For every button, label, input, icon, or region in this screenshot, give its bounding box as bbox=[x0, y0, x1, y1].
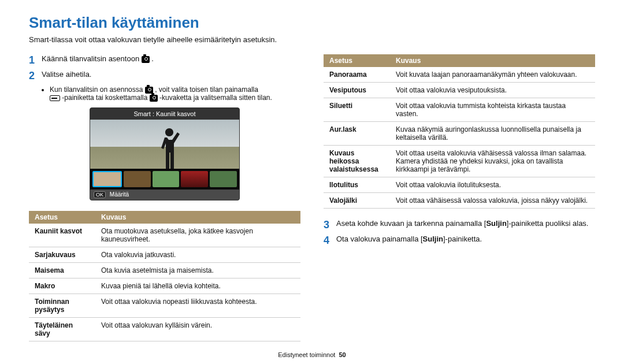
cell-desc: Kuvaa pieniä tai lähellä olevia kohteita… bbox=[95, 278, 300, 294]
lcd-preview: Smart : Kauniit kasvot OK Määritä bbox=[90, 107, 240, 200]
step-text: Aseta kohde kuvaan ja tarkenna painamall… bbox=[336, 219, 588, 228]
step-1-text-a: Käännä tilanvalitsin asentoon bbox=[42, 54, 142, 63]
features-table-right: Asetus Kuvaus PanoraamaVoit kuvata laaja… bbox=[324, 54, 595, 209]
bullet-text-b: , voit valita toisen tilan painamalla bbox=[155, 86, 258, 94]
step-text: Käännä tilanvalitsin asentoon . bbox=[42, 54, 154, 63]
step-2-bullet: Kun tilanvalitsin on asennossa , voit va… bbox=[29, 86, 300, 102]
cell-setting: Maisema bbox=[29, 263, 95, 278]
back-key-icon bbox=[50, 95, 60, 101]
footer-page-number: 50 bbox=[339, 351, 346, 358]
page-footer: Edistyneet toiminnot 50 bbox=[0, 351, 624, 358]
cell-setting: Täyteläinen sävy bbox=[29, 318, 95, 341]
table-row: Kauniit kasvotOta muotokuva asetuksella,… bbox=[29, 224, 300, 247]
content-columns: 1 Käännä tilanvalitsin asentoon . 2 Vali… bbox=[29, 54, 595, 341]
thumb bbox=[181, 171, 208, 187]
step-3-b: Suljin bbox=[486, 219, 506, 228]
step-number: 4 bbox=[324, 235, 336, 247]
table-row: Toiminnan pysäytysVoit ottaa valokuvia n… bbox=[29, 294, 300, 318]
table-row: SiluettiVoit ottaa valokuvia tummista ko… bbox=[324, 98, 595, 122]
preview-footer-text: Määritä bbox=[110, 191, 129, 198]
ok-icon: OK bbox=[94, 191, 106, 198]
preview-scene bbox=[90, 120, 239, 169]
cell-desc: Ota kuvia asetelmista ja maisemista. bbox=[95, 263, 300, 278]
step-4-b: Suljin bbox=[423, 235, 443, 243]
page-title: Smart-tilan käyttäminen bbox=[29, 14, 595, 32]
table-row: PanoraamaVoit kuvata laajan panoraamanäk… bbox=[324, 67, 595, 83]
step-3-a: Aseta kohde kuvaan ja tarkenna painamall… bbox=[336, 219, 486, 228]
step-4: 4 Ota valokuva painamalla [Suljin]-paini… bbox=[324, 235, 595, 247]
table-row: Kuvaus heikossa valaistuksessaVoit ottaa… bbox=[324, 146, 595, 177]
cell-setting: Ilotulitus bbox=[324, 177, 390, 193]
cell-desc: Voit ottaa valokuvia nopeasti liikkuvast… bbox=[95, 294, 300, 318]
cell-setting: Sarjakuvaus bbox=[29, 247, 95, 263]
step-number: 3 bbox=[324, 219, 336, 231]
cell-desc: Voit ottaa useita valokuvia vähäisessä v… bbox=[390, 146, 595, 177]
table-row: SarjakuvausOta valokuvia jatkuvasti. bbox=[29, 247, 300, 263]
preview-mode-label: Smart : Kauniit kasvot bbox=[90, 108, 239, 120]
th-desc: Kuvaus bbox=[95, 211, 300, 224]
cell-setting: Vesiputous bbox=[324, 83, 390, 98]
cell-setting: Makro bbox=[29, 278, 95, 294]
preview-footer: OK Määritä bbox=[90, 190, 239, 200]
cell-setting: Panoraama bbox=[324, 67, 390, 83]
th-setting: Asetus bbox=[29, 211, 95, 224]
preview-thumbnails bbox=[90, 169, 239, 190]
th-desc: Kuvaus bbox=[390, 54, 595, 67]
step-4-c: ]-painiketta. bbox=[443, 235, 482, 243]
bullet-text-c: -painiketta tai koskettamalla bbox=[62, 94, 149, 102]
step-number: 1 bbox=[29, 54, 42, 66]
right-column: Asetus Kuvaus PanoraamaVoit kuvata laaja… bbox=[324, 54, 595, 341]
left-column: 1 Käännä tilanvalitsin asentoon . 2 Vali… bbox=[29, 54, 300, 341]
cell-desc: Ota valokuvia jatkuvasti. bbox=[95, 247, 300, 263]
cell-setting: Kuvaus heikossa valaistuksessa bbox=[324, 146, 390, 177]
cell-setting: Valojälki bbox=[324, 193, 390, 209]
cell-desc: Voit ottaa vähäisessä valossa valokuvia,… bbox=[390, 193, 595, 209]
cell-desc: Voit ottaa valokuvan kylläisin värein. bbox=[95, 318, 300, 341]
table-row: MaisemaOta kuvia asetelmista ja maisemis… bbox=[29, 263, 300, 278]
cell-setting: Toiminnan pysäytys bbox=[29, 294, 95, 318]
cell-setting: Siluetti bbox=[324, 98, 390, 122]
page-subtitle: Smart-tilassa voit ottaa valokuvan tiety… bbox=[29, 35, 595, 44]
cell-desc: Voit ottaa valokuvia tummista kohteista … bbox=[390, 98, 595, 122]
step-text: Ota valokuva painamalla [Suljin]-painike… bbox=[336, 235, 482, 243]
step-2: 2 Valitse aihetila. bbox=[29, 70, 300, 82]
mode-dial-smart-icon bbox=[142, 56, 150, 63]
table-row: ValojälkiVoit ottaa vähäisessä valossa v… bbox=[324, 193, 595, 209]
cell-setting: Kauniit kasvot bbox=[29, 224, 95, 247]
step-1-text-b: . bbox=[151, 54, 154, 63]
table-row: VesiputousVoit ottaa valokuvia vesiputou… bbox=[324, 83, 595, 98]
cell-setting: Aur.lask bbox=[324, 122, 390, 146]
table-row: IlotulitusVoit ottaa valokuvia ilotulitu… bbox=[324, 177, 595, 193]
features-table-left: Asetus Kuvaus Kauniit kasvotOta muotokuv… bbox=[29, 211, 300, 341]
cell-desc: Voit kuvata laajan panoraamanäkymän yhte… bbox=[390, 67, 595, 83]
thumb bbox=[124, 171, 151, 187]
step-text: Valitse aihetila. bbox=[42, 70, 91, 79]
step-3: 3 Aseta kohde kuvaan ja tarkenna painama… bbox=[324, 219, 595, 231]
cell-desc: Voit ottaa valokuvia vesiputouksista. bbox=[390, 83, 595, 98]
step-2-bullet-item: Kun tilanvalitsin on asennossa , voit va… bbox=[50, 86, 300, 102]
bullet-text-a: Kun tilanvalitsin on asennossa bbox=[50, 86, 145, 94]
child-silhouette-icon bbox=[157, 128, 182, 169]
thumb bbox=[210, 171, 237, 187]
cell-desc: Kuvaa näkymiä auringonlaskussa luonnolli… bbox=[390, 122, 595, 146]
th-setting: Asetus bbox=[324, 54, 390, 67]
table-row: Aur.laskKuvaa näkymiä auringonlaskussa l… bbox=[324, 122, 595, 146]
step-1: 1 Käännä tilanvalitsin asentoon . bbox=[29, 54, 300, 66]
bullet-text-d: -kuvaketta ja valitsemalla sitten tilan. bbox=[159, 94, 272, 102]
step-4-a: Ota valokuva painamalla [ bbox=[336, 235, 423, 243]
footer-section: Edistyneet toiminnot bbox=[278, 351, 335, 358]
thumb-selected bbox=[92, 171, 122, 187]
step-3-c: ]-painiketta puoliksi alas. bbox=[507, 219, 589, 228]
table-row: MakroKuvaa pieniä tai lähellä olevia koh… bbox=[29, 278, 300, 294]
cell-desc: Voit ottaa valokuvia ilotulituksesta. bbox=[390, 177, 595, 193]
table-row: Täyteläinen sävyVoit ottaa valokuvan kyl… bbox=[29, 318, 300, 341]
thumb bbox=[153, 171, 180, 187]
step-number: 2 bbox=[29, 70, 42, 82]
cell-desc: Ota muotokuva asetuksella, joka kätkee k… bbox=[95, 224, 300, 247]
mode-icon bbox=[150, 95, 158, 102]
